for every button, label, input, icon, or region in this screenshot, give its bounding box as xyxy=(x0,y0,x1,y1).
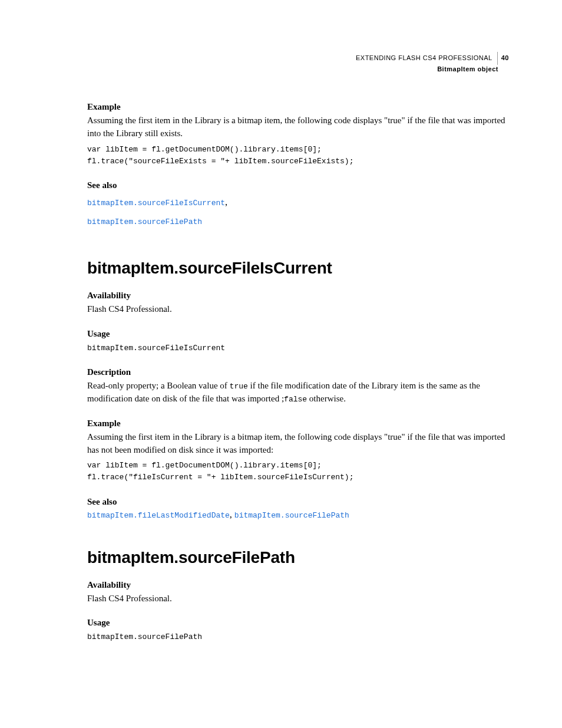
example-code: var libItem = fl.getDocumentDOM().librar… xyxy=(87,144,509,167)
usage-code-s2: bitmapItem.sourceFilePath xyxy=(87,631,509,643)
link-sourcefilepath-s1[interactable]: bitmapItem.sourceFilePath xyxy=(234,511,349,520)
see-also-label: See also xyxy=(87,180,509,190)
availability-text-s2: Flash CS4 Professional. xyxy=(87,592,509,605)
link-separator-s1: , xyxy=(230,509,234,519)
description-label: Description xyxy=(87,367,509,377)
page-header: EXTENDING FLASH CS4 PROFESSIONAL 40 Bitm… xyxy=(87,52,509,74)
description-post: otherwise. xyxy=(307,394,346,403)
description-pre: Read-only property; a Boolean value of xyxy=(87,381,230,390)
availability-label: Availability xyxy=(87,291,509,301)
book-title: EXTENDING FLASH CS4 PROFESSIONAL xyxy=(356,54,496,62)
link-sourcefileiscurrent[interactable]: bitmapItem.sourceFileIsCurrent xyxy=(87,199,225,207)
availability-text: Flash CS4 Professional. xyxy=(87,303,509,316)
example-code-s1: var libItem = fl.getDocumentDOM().librar… xyxy=(87,460,509,483)
link-sourcefilepath[interactable]: bitmapItem.sourceFilePath xyxy=(87,218,202,226)
link-filelastmodifieddate[interactable]: bitmapItem.fileLastModifiedDate xyxy=(87,511,230,520)
section-title: BitmapItem object xyxy=(87,65,509,74)
usage-code: bitmapItem.sourceFileIsCurrent xyxy=(87,342,509,354)
link-separator: , xyxy=(225,197,227,207)
example-intro-s1: Assuming the first item in the Library i… xyxy=(87,431,509,457)
description-text: Read-only property; a Boolean value of t… xyxy=(87,380,509,406)
example-intro: Assuming the first item in the Library i… xyxy=(87,114,509,140)
description-true-code: true xyxy=(230,382,248,391)
header-line-1: EXTENDING FLASH CS4 PROFESSIONAL 40 xyxy=(87,52,509,65)
example-label-s1: Example xyxy=(87,419,509,429)
usage-label-s2: Usage xyxy=(87,618,509,628)
page-content: EXTENDING FLASH CS4 PROFESSIONAL 40 Bitm… xyxy=(0,0,562,684)
availability-label-s2: Availability xyxy=(87,580,509,590)
see-also-links: bitmapItem.sourceFileIsCurrent, bitmapIt… xyxy=(87,193,509,230)
page-number: 40 xyxy=(500,54,509,62)
see-also-links-s1: bitmapItem.fileLastModifiedDate, bitmapI… xyxy=(87,509,509,520)
description-false-code: false xyxy=(284,395,307,404)
api-title-sourcefilepath: bitmapItem.sourceFilePath xyxy=(87,548,509,567)
example-label: Example xyxy=(87,102,509,112)
usage-label: Usage xyxy=(87,329,509,339)
api-title-sourcefileiscurrent: bitmapItem.sourceFileIsCurrent xyxy=(87,259,509,278)
header-divider xyxy=(497,52,498,65)
see-also-label-s1: See also xyxy=(87,497,509,507)
